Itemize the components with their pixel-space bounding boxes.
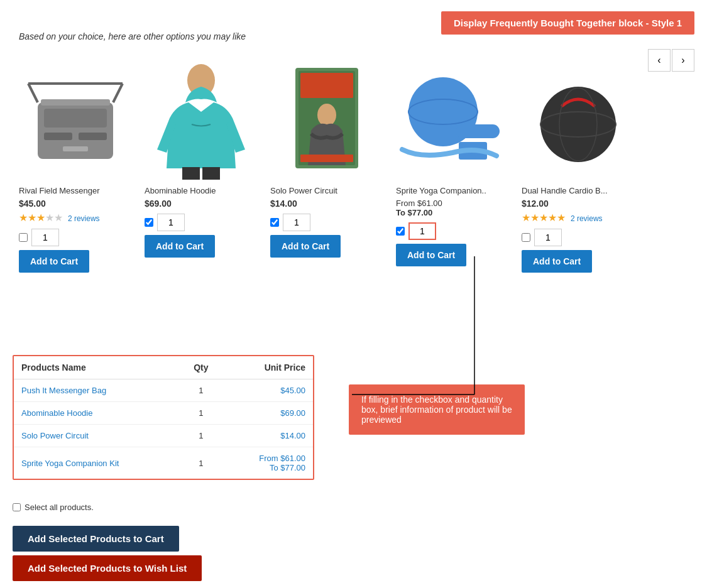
table-header-price: Unit Price [223,356,313,379]
product-checkbox-2[interactable] [145,218,153,227]
product-checkbox-4[interactable] [396,227,405,236]
svg-rect-3 [79,133,107,140]
qty-row-5 [522,229,635,246]
qty-input-2[interactable] [157,214,185,231]
svg-rect-2 [44,133,72,140]
product-checkbox-5[interactable] [522,233,530,242]
product-card-1: Rival Field Messenger $45.00 ★★★★★ 2 rev… [13,55,138,279]
qty-row-3 [270,214,383,231]
svg-rect-14 [300,73,353,98]
product-image-5 [522,62,635,181]
product-card-2: Abominable Hoodie $69.00 Add to Cart [138,55,264,279]
product-price-1: $45.00 [19,199,132,209]
product-name-3: Solo Power Circuit [270,186,383,195]
product-rating-5: ★★★★★ 2 reviews [522,212,635,224]
table-product-link-4[interactable]: Sprite Yoga Companion Kit [21,459,119,468]
qty-input-1[interactable] [31,229,59,246]
products-table: Products Name Qty Unit Price Push It Mes… [14,356,313,479]
select-all-row: Select all products. [13,503,94,512]
table-header-name: Products Name [14,356,179,379]
table-product-link-3[interactable]: Solo Power Circuit [21,431,89,440]
svg-rect-10 [182,167,200,180]
product-price-5: $12.00 [522,199,635,209]
product-price-3: $14.00 [270,199,383,209]
add-to-cart-button-4[interactable]: Add to Cart [396,244,466,266]
svg-rect-4 [41,99,110,106]
display-style-banner: Display Frequently Bought Together block… [441,11,694,35]
table-row: Abominable Hoodie 1 $69.00 [14,402,313,425]
svg-line-5 [28,84,38,102]
table-price-2: $69.00 [223,402,313,425]
table-product-link-2[interactable]: Abominable Hoodie [21,408,92,418]
product-card-4: Sprite Yoga Companion.. From $61.00 To $… [390,55,515,279]
product-name-1: Rival Field Messenger [19,186,132,195]
product-reviews-link-5[interactable]: 2 reviews [571,214,603,223]
product-image-4 [396,62,509,181]
svg-rect-8 [63,146,88,151]
product-checkbox-1[interactable] [19,233,28,242]
add-selected-to-wishlist-button[interactable]: Add Selected Products to Wish List [13,555,202,581]
product-image-3 [270,62,383,181]
add-to-cart-button-3[interactable]: Add to Cart [270,235,341,258]
product-name-2: Abominable Hoodie [145,186,258,195]
products-row: Rival Field Messenger $45.00 ★★★★★ 2 rev… [13,55,698,279]
table-qty-1: 1 [179,379,222,402]
product-name-4: Sprite Yoga Companion.. [396,186,509,195]
add-to-cart-button-2[interactable]: Add to Cart [145,235,215,258]
product-rating-1: ★★★★★ 2 reviews [19,212,132,224]
qty-input-5[interactable] [534,229,562,246]
qty-input-3[interactable] [283,214,310,231]
qty-input-4[interactable] [408,222,436,240]
table-price-3: $14.00 [223,425,313,447]
select-all-label: Select all products. [25,503,94,512]
product-image-2 [145,62,258,181]
svg-point-15 [317,104,336,126]
table-row: Sprite Yoga Companion Kit 1 From $61.00 … [14,447,313,479]
add-selected-to-cart-button[interactable]: Add Selected Products to Cart [13,526,179,552]
product-reviews-link-1[interactable]: 2 reviews [68,214,100,223]
banner-text: Display Frequently Bought Together block… [454,18,682,28]
product-name-5: Dual Handle Cardio B... [522,186,635,195]
table-row: Push It Messenger Bag 1 $45.00 [14,379,313,402]
qty-row-4 [396,222,509,240]
product-card-3: Solo Power Circuit $14.00 Add to Cart [264,55,390,279]
svg-rect-19 [456,124,500,138]
table-qty-3: 1 [179,425,222,447]
svg-rect-1 [44,109,107,128]
select-all-checkbox[interactable] [13,503,21,511]
product-price-range-4: From $61.00 To $77.00 [396,199,509,217]
callout-box: If filling in the checkbox and quantity … [349,384,525,435]
table-qty-2: 1 [179,402,222,425]
intro-text: Based on your choice, here are other opt… [19,31,246,41]
product-image-1 [19,62,132,181]
table-row: Solo Power Circuit 1 $14.00 [14,425,313,447]
qty-row-1 [19,229,132,246]
table-product-link-1[interactable]: Push It Messenger Bag [21,386,106,395]
products-section: Rival Field Messenger $45.00 ★★★★★ 2 rev… [13,49,698,279]
svg-rect-16 [300,155,353,162]
add-to-cart-button-1[interactable]: Add to Cart [19,250,89,273]
table-qty-4: 1 [179,447,222,479]
svg-rect-11 [202,167,220,180]
product-price-2: $69.00 [145,199,258,209]
add-to-cart-button-5[interactable]: Add to Cart [522,250,592,273]
svg-line-6 [113,84,123,102]
product-card-5: Dual Handle Cardio B... $12.00 ★★★★★ 2 r… [515,55,641,279]
product-checkbox-3[interactable] [270,218,279,227]
table-price-1: $45.00 [223,379,313,402]
products-table-section: Products Name Qty Unit Price Push It Mes… [13,355,314,480]
table-price-4: From $61.00 To $77.00 [223,447,313,479]
qty-row-2 [145,214,258,231]
table-header-qty: Qty [179,356,222,379]
